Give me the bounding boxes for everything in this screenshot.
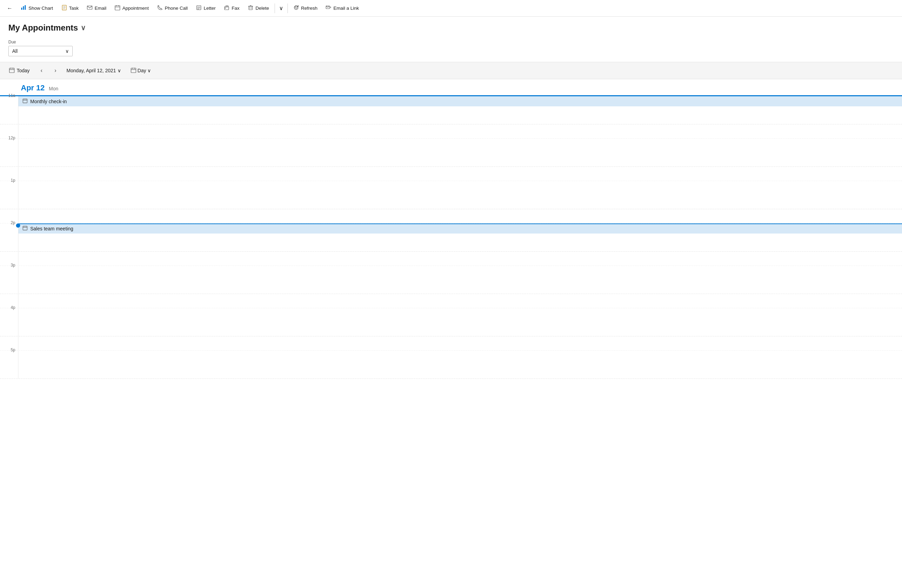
next-day-button[interactable]: ›: [50, 65, 61, 76]
time-slot-11a[interactable]: Monthly check-in: [18, 96, 902, 124]
svg-rect-31: [131, 68, 136, 73]
refresh-icon: [293, 5, 299, 12]
svg-rect-1: [23, 6, 24, 10]
time-row-2p-half: [0, 252, 902, 266]
view-label: Day: [138, 68, 146, 74]
back-arrow-icon: ←: [7, 5, 13, 11]
letter-button[interactable]: Letter: [192, 3, 220, 14]
due-filter-select[interactable]: All ∨: [8, 46, 73, 56]
page-title: My Appointments: [8, 23, 78, 33]
time-row-3p-half: [0, 294, 902, 308]
appointment-button[interactable]: Appointment: [111, 3, 153, 14]
chart-icon: [21, 5, 27, 12]
delete-label: Delete: [255, 6, 269, 11]
refresh-button[interactable]: Refresh: [289, 3, 321, 14]
time-row-4p-half: [0, 336, 902, 351]
page-header: My Appointments ∨: [0, 17, 902, 36]
date-chevron-icon: ∨: [117, 68, 121, 74]
filter-label: Due: [8, 40, 894, 44]
time-slot-1p-half[interactable]: [18, 209, 902, 223]
email-link-icon: [326, 5, 331, 12]
phone-call-label: Phone Call: [165, 6, 188, 11]
calendar-day-header: Apr 12 Mon: [0, 79, 902, 96]
calendar-date-label: Monday, April 12, 2021: [66, 68, 116, 74]
time-grid: 11a Monthly check-in: [0, 96, 902, 379]
toolbar: ← Show Chart Task: [0, 0, 902, 17]
time-slot-2p[interactable]: Sales team meeting: [18, 224, 902, 251]
fax-label: Fax: [232, 6, 240, 11]
event-monthly-checkin[interactable]: Monthly check-in: [19, 96, 902, 106]
phone-call-button[interactable]: Phone Call: [153, 3, 192, 14]
time-label-3p: 3p: [0, 263, 18, 267]
time-slot-4p[interactable]: [18, 308, 902, 336]
time-slot-11a-half[interactable]: [18, 124, 902, 138]
time-row-11a-half: [0, 124, 902, 139]
email-link-button[interactable]: Email a Link: [321, 3, 363, 14]
refresh-label: Refresh: [301, 6, 317, 11]
time-slot-4p-half[interactable]: [18, 336, 902, 350]
svg-rect-18: [225, 8, 226, 8]
chevron-down-icon: ∨: [279, 5, 283, 11]
fax-button[interactable]: Fax: [220, 3, 244, 14]
calendar-icon-2: [131, 67, 136, 74]
appointment-label: Appointment: [122, 6, 149, 11]
svg-rect-35: [23, 99, 27, 103]
calendar-body: Apr 12 Mon 11a Monthly check: [0, 79, 902, 379]
time-slot-5p[interactable]: [18, 351, 902, 378]
event-sales-meeting[interactable]: Sales team meeting: [19, 224, 902, 233]
time-row-12p: 12p: [0, 139, 902, 167]
time-slot-1p[interactable]: [18, 181, 902, 209]
day-number-text: Apr 12: [21, 83, 44, 92]
svg-line-26: [330, 7, 331, 8]
email-button[interactable]: Email: [83, 3, 111, 14]
time-slot-12p-half[interactable]: [18, 167, 902, 181]
svg-rect-2: [25, 5, 26, 10]
event-title-monthly: Monthly check-in: [30, 99, 67, 104]
back-button[interactable]: ←: [3, 3, 17, 14]
filter-chevron-icon: ∨: [65, 48, 69, 54]
calendar-icon: [9, 67, 15, 74]
current-time-dot: [16, 224, 20, 228]
day-name: Mon: [49, 86, 58, 91]
appointment-icon: [115, 5, 120, 12]
calendar-nav: Today ‹ › Monday, April 12, 2021 ∨ Day ∨: [0, 62, 902, 79]
email-label: Email: [94, 6, 106, 11]
time-label-11a: 11a: [0, 94, 18, 98]
title-chevron-icon[interactable]: ∨: [81, 23, 86, 32]
svg-line-25: [330, 6, 331, 7]
task-button[interactable]: Task: [57, 3, 83, 14]
calendar-view-selector[interactable]: Day ∨: [128, 66, 154, 76]
time-slot-2p-half[interactable]: [18, 252, 902, 266]
prev-day-button[interactable]: ‹: [36, 65, 47, 76]
svg-rect-27: [9, 68, 14, 73]
delete-button[interactable]: Delete: [244, 3, 273, 14]
time-slot-12p[interactable]: [18, 139, 902, 166]
filter-area: Due All ∨: [0, 36, 902, 62]
show-chart-button[interactable]: Show Chart: [17, 3, 57, 14]
time-row-4p: 4p: [0, 308, 902, 336]
today-button[interactable]: Today: [6, 66, 33, 76]
task-icon: [61, 5, 67, 12]
event-calendar-icon-2: [23, 225, 27, 231]
time-label-1p: 1p: [0, 178, 18, 183]
more-button[interactable]: ∨: [276, 3, 286, 14]
time-row-3p: 3p: [0, 266, 902, 294]
page-title-container: My Appointments ∨: [8, 23, 894, 33]
time-row-2p: 2p Sales team meeting: [0, 224, 902, 252]
day-number: Apr 12 Mon: [21, 83, 58, 92]
time-slot-3p[interactable]: [18, 266, 902, 294]
calendar-date[interactable]: Monday, April 12, 2021 ∨: [64, 66, 124, 75]
svg-rect-0: [21, 8, 22, 10]
email-link-label: Email a Link: [334, 6, 359, 11]
letter-label: Letter: [204, 6, 216, 11]
right-arrow-icon: ›: [55, 67, 56, 74]
svg-rect-8: [115, 6, 120, 10]
time-row-5p: 5p: [0, 351, 902, 379]
left-arrow-icon: ‹: [41, 67, 42, 74]
filter-value: All: [12, 48, 18, 54]
time-slot-3p-half[interactable]: [18, 294, 902, 308]
show-chart-label: Show Chart: [28, 6, 53, 11]
svg-rect-19: [249, 6, 252, 10]
time-label-12p: 12p: [0, 136, 18, 140]
time-label-4p: 4p: [0, 305, 18, 310]
